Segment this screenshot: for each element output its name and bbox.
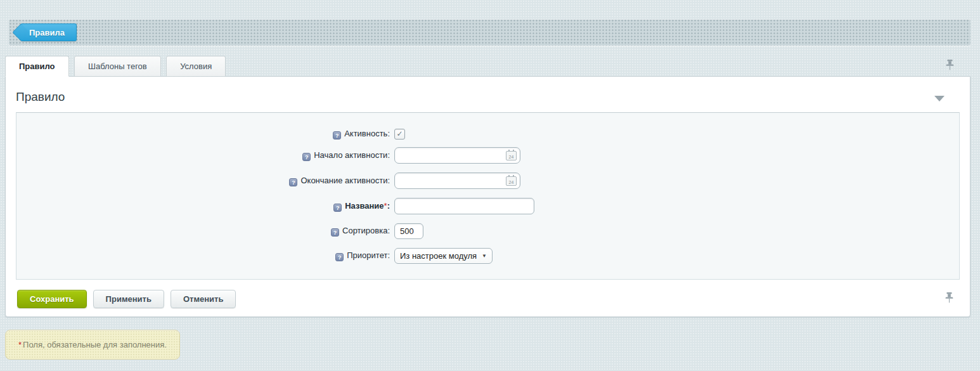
tab-conditions[interactable]: Условия (166, 56, 226, 77)
required-asterisk: * (18, 340, 22, 349)
active-from-label: Начало активности: (314, 150, 390, 160)
form-fieldset: ?Активность: ✓ ?Начало активности: 24 ?О… (16, 112, 960, 280)
form-row-name: ?Название*: (16, 198, 959, 214)
apply-button[interactable]: Применить (93, 290, 164, 308)
sort-label-cell: ?Сортировка: (16, 226, 394, 237)
tab-rule-label: Правило (19, 62, 55, 71)
help-icon[interactable]: ? (333, 204, 342, 212)
active-from-input[interactable] (400, 151, 506, 160)
tab-tag-templates-label: Шаблоны тегов (88, 62, 147, 71)
active-to-input[interactable] (400, 176, 506, 186)
form-row-priority: ?Приоритет: Из настроек модуля ▼ (16, 248, 959, 264)
active-to-date-field: 24 (394, 172, 520, 189)
activity-label: Активность: (344, 129, 390, 138)
breadcrumb-label: Правила (29, 28, 65, 37)
required-fields-text: Поля, обязательные для заполнения. (23, 340, 167, 349)
priority-label: Приоритет: (347, 251, 390, 260)
pin-icon[interactable] (946, 60, 954, 73)
button-bar: Сохранить Применить Отменить (6, 280, 970, 316)
form-row-sort: ?Сортировка: (16, 223, 959, 239)
tab-bar: Правило Шаблоны тегов Условия (5, 56, 970, 77)
help-icon[interactable]: ? (331, 228, 339, 237)
sort-input[interactable] (394, 223, 423, 239)
active-from-date-field: 24 (394, 147, 520, 164)
tab-conditions-label: Условия (180, 62, 212, 71)
form-row-active-from: ?Начало активности: 24 (16, 147, 959, 164)
name-input[interactable] (394, 198, 534, 214)
name-label: Название (345, 201, 384, 211)
activity-checkbox[interactable]: ✓ (394, 129, 405, 140)
tab-tag-templates[interactable]: Шаблоны тегов (74, 56, 161, 77)
name-label-colon: : (387, 201, 390, 211)
chevron-down-icon: ▼ (482, 253, 487, 259)
cancel-button[interactable]: Отменить (171, 290, 236, 308)
collapse-section-icon[interactable] (934, 96, 945, 101)
sort-label: Сортировка: (342, 226, 390, 235)
activity-label-cell: ?Активность: (16, 129, 394, 140)
save-button[interactable]: Сохранить (17, 290, 87, 308)
pin-icon[interactable] (945, 292, 953, 306)
section-title: Правило (16, 90, 970, 104)
content-panel: Правило ?Активность: ✓ ?Начало активност… (5, 76, 970, 317)
section-header: Правило (6, 77, 970, 112)
calendar-icon[interactable]: 24 (506, 151, 517, 160)
form-row-active-to: ?Окончание активности: 24 (16, 172, 959, 189)
help-icon[interactable]: ? (289, 178, 297, 186)
active-to-label-cell: ?Окончание активности: (16, 176, 394, 186)
priority-label-cell: ?Приоритет: (16, 251, 394, 261)
priority-select[interactable]: Из настроек модуля ▼ (394, 248, 493, 264)
calendar-icon[interactable]: 24 (506, 176, 517, 186)
back-arrow-icon (12, 23, 30, 41)
help-icon[interactable]: ? (333, 131, 341, 140)
toolbar: Правила (9, 19, 970, 46)
help-icon[interactable]: ? (335, 253, 344, 261)
required-fields-note: *Поля, обязательные для заполнения. (5, 330, 180, 360)
priority-select-value: Из настроек модуля (400, 251, 478, 261)
tab-rule[interactable]: Правило (5, 56, 69, 77)
form-row-activity: ?Активность: ✓ (16, 129, 959, 140)
active-from-label-cell: ?Начало активности: (16, 150, 394, 161)
help-icon[interactable]: ? (302, 153, 311, 161)
active-to-label: Окончание активности: (300, 176, 390, 185)
name-label-cell: ?Название*: (16, 201, 394, 212)
breadcrumb-back-button[interactable]: Правила (20, 23, 77, 41)
